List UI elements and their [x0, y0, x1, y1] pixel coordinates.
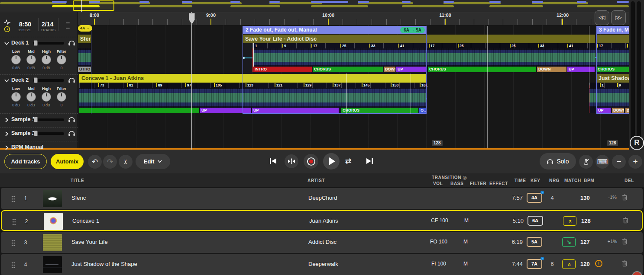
knob-low[interactable]: Low0 dB — [8, 86, 24, 107]
keyboard-shortcuts-button[interactable]: ⌨ — [595, 155, 609, 169]
col-title[interactable]: TITLE — [71, 178, 84, 183]
knob-low[interactable]: Low0 dB — [8, 49, 24, 70]
transition-selection-box[interactable] — [243, 26, 427, 114]
table-row[interactable]: 3Save Your LifeAddict DiscFO 100M6:195A↘… — [1, 232, 643, 253]
minimap-transition-bar[interactable] — [402, 1, 411, 3]
delete-track-button[interactable] — [622, 260, 628, 269]
slider-thumb[interactable] — [34, 131, 38, 136]
delete-track-button[interactable] — [622, 238, 628, 246]
table-row[interactable]: 2Concave 1Juan AtkinsCF 100M5:106A»128 — [1, 210, 643, 231]
col-key[interactable]: KEY — [531, 178, 540, 183]
col-transition[interactable]: TRANSITION ◎ — [432, 175, 467, 180]
minimap-track-bar[interactable] — [139, 5, 192, 7]
chevron-right-icon[interactable] — [4, 118, 9, 122]
section-chip-up[interactable]: UP — [567, 67, 595, 72]
redo-button[interactable]: ↷ — [103, 155, 117, 169]
minimap-transition-bar[interactable] — [443, 1, 454, 3]
slider-thumb[interactable] — [34, 77, 38, 83]
key-badge[interactable]: 5A — [527, 237, 542, 247]
knob-filter[interactable]: Filter0 — [54, 86, 69, 107]
col-nrg[interactable]: NRG — [549, 178, 560, 183]
minimap-track-bar[interactable] — [230, 5, 280, 7]
transition-vol[interactable]: FI 100 — [427, 261, 450, 267]
minimap-viewport[interactable] — [73, 0, 114, 11]
skip-to-end-button[interactable] — [366, 158, 373, 164]
delete-track-button[interactable] — [622, 194, 628, 202]
add-tracks-button[interactable]: Add tracks — [4, 154, 47, 169]
volume-slider[interactable] — [33, 118, 64, 121]
col-vol[interactable]: VOL — [433, 181, 443, 186]
knob-mid[interactable]: Mid0 dB — [23, 86, 39, 107]
volume-slider[interactable] — [33, 42, 64, 45]
knob-dial[interactable] — [11, 55, 21, 64]
headphones-icon[interactable] — [68, 39, 75, 46]
headphones-icon[interactable] — [68, 116, 75, 123]
rewind-button[interactable]: ◁◁ — [595, 10, 609, 25]
minimap-transition-bar[interactable] — [358, 1, 369, 3]
waveform[interactable] — [78, 48, 91, 67]
volume-slider[interactable] — [33, 132, 64, 135]
slider-thumb[interactable] — [34, 40, 38, 46]
section-chip-utro[interactable]: UTRO — [78, 67, 91, 72]
cut-button[interactable]: ✂ — [119, 155, 133, 169]
transition-bass[interactable]: M — [460, 261, 471, 267]
waveform[interactable] — [427, 48, 595, 67]
minimap-transition-bar[interactable] — [52, 1, 67, 3]
knob-dial[interactable] — [26, 55, 36, 64]
zoom-in-button[interactable]: + — [628, 155, 642, 169]
vertical-scrollbar-area[interactable] — [629, 0, 644, 150]
minimap-transition-bar[interactable] — [230, 1, 240, 3]
sidebar-section-deck-2[interactable]: Deck 2 — [0, 75, 78, 86]
collapsed-handle[interactable] — [66, 28, 70, 29]
collapsed-handle[interactable] — [66, 22, 70, 23]
play-button[interactable] — [323, 153, 340, 169]
match-button-up[interactable]: » — [562, 259, 576, 269]
minimap-track-bar[interactable] — [311, 5, 368, 7]
minimap-track-bar[interactable] — [489, 5, 543, 7]
scrollbar-track[interactable] — [637, 1, 641, 143]
fast-forward-button[interactable]: ▷▷ — [611, 10, 626, 25]
knob-high[interactable]: High0 dB — [39, 49, 54, 70]
transition-vol[interactable]: FO 100 — [427, 239, 450, 245]
chevron-down-icon[interactable] — [4, 41, 9, 46]
skip-to-start-button[interactable] — [269, 158, 277, 164]
knob-dial[interactable] — [26, 92, 36, 102]
headphones-icon[interactable] — [68, 130, 75, 137]
minimap-transition-bar[interactable] — [489, 1, 501, 3]
match-button-down[interactable]: ↘ — [562, 237, 576, 247]
minimap-track-bar[interactable] — [402, 5, 454, 7]
minimap-transition-bar[interactable] — [139, 1, 149, 3]
key-badge[interactable]: 7A — [527, 259, 542, 269]
col-del[interactable]: DEL — [625, 178, 634, 183]
col-time[interactable]: TIME — [515, 178, 526, 183]
col-filter[interactable]: FILTER — [470, 181, 486, 186]
minimap-transition-bar[interactable] — [577, 1, 586, 3]
knob-high[interactable]: High0 dB — [39, 86, 54, 107]
timeline-ruler[interactable]: ◁◁ ▷▷ 8:009:0010:0011:0012:00 — [78, 12, 629, 25]
knob-filter[interactable]: Filter0 — [54, 49, 69, 70]
minimap[interactable] — [0, 0, 629, 12]
drag-handle[interactable] — [11, 195, 15, 202]
key-badge[interactable]: 4A — [527, 193, 542, 203]
section-chip-down[interactable]: DOWN — [537, 67, 566, 72]
chevron-right-icon[interactable] — [4, 131, 9, 136]
transition-bass[interactable]: M — [460, 239, 471, 245]
match-button-up[interactable]: » — [563, 216, 576, 226]
col-effect[interactable]: EFFECT — [489, 181, 508, 186]
loop-button[interactable]: ⇄ — [345, 157, 351, 166]
col-match[interactable]: MATCH — [564, 178, 581, 183]
col-bass[interactable]: BASS — [450, 181, 464, 186]
minimap-transition-bar[interactable] — [617, 1, 629, 3]
col-bpm[interactable]: BPM — [584, 178, 594, 183]
col-artist[interactable]: ARTIST — [307, 178, 325, 183]
scrollbar-track[interactable] — [631, 1, 635, 143]
minimap-track-bar[interactable] — [577, 5, 629, 7]
undo-button[interactable]: ↶ — [88, 155, 102, 169]
headphones-icon[interactable] — [68, 77, 75, 83]
minimap-transition-bar[interactable] — [269, 1, 280, 3]
knob-dial[interactable] — [57, 55, 66, 64]
drag-handle[interactable] — [11, 262, 15, 268]
knob-dial[interactable] — [42, 92, 51, 102]
automix-button[interactable]: Automix — [51, 154, 84, 169]
record-button[interactable] — [304, 154, 318, 169]
